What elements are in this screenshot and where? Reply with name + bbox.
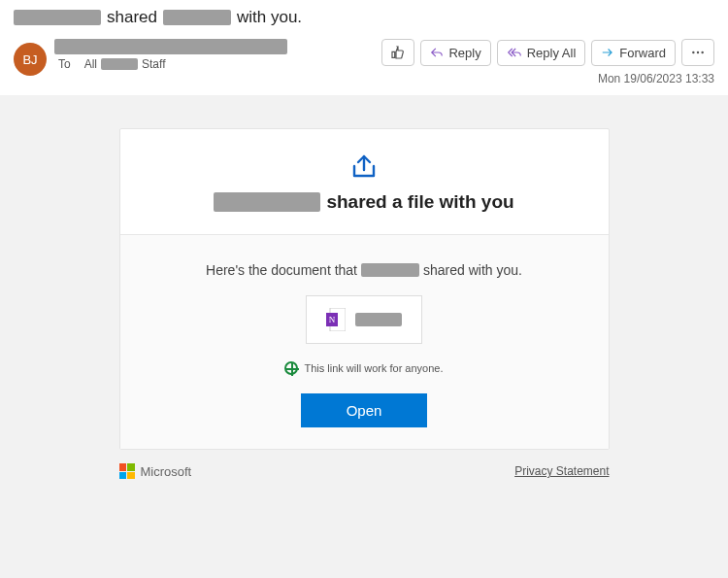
svg-point-2 xyxy=(701,51,703,53)
recipients-line: To All Staff xyxy=(54,57,374,71)
share-sentence: Here's the document that shared with you… xyxy=(206,262,522,278)
email-subject: shared with you. xyxy=(14,8,714,27)
redacted-object-subject xyxy=(163,10,231,25)
share-icon xyxy=(348,153,380,182)
redacted-sharer-inline xyxy=(361,263,419,277)
more-actions-button[interactable] xyxy=(681,39,714,66)
onenote-file-icon: N xyxy=(326,308,346,331)
microsoft-logo: Microsoft xyxy=(119,463,192,479)
reply-icon xyxy=(430,46,444,59)
svg-text:N: N xyxy=(329,315,336,324)
email-actions: Reply Reply All Forward xyxy=(381,39,714,66)
link-permission-note: This link will work for anyone. xyxy=(284,361,443,375)
email-body: shared a file with you Here's the docume… xyxy=(0,95,728,578)
reply-all-button[interactable]: Reply All xyxy=(497,40,586,66)
avatar-initials: BJ xyxy=(22,52,37,67)
share-title: shared a file with you xyxy=(214,191,513,213)
forward-button[interactable]: Forward xyxy=(591,40,676,66)
more-icon xyxy=(690,45,706,60)
open-button-label: Open xyxy=(347,402,382,419)
redacted-sender-name xyxy=(54,39,287,54)
microsoft-logo-icon xyxy=(119,463,135,479)
share-sentence-after: shared with you. xyxy=(423,262,522,278)
open-button[interactable]: Open xyxy=(301,393,427,427)
reply-button[interactable]: Reply xyxy=(420,40,490,66)
svg-point-0 xyxy=(692,51,694,53)
share-sentence-before: Here's the document that xyxy=(206,262,357,278)
like-button[interactable] xyxy=(381,39,414,66)
link-note-text: This link will work for anyone. xyxy=(304,362,443,374)
email-timestamp: Mon 19/06/2023 13:33 xyxy=(598,72,714,85)
reply-label: Reply xyxy=(448,46,480,60)
subject-text-suffix: with you. xyxy=(237,8,302,27)
share-card: shared a file with you Here's the docume… xyxy=(119,128,610,450)
privacy-link[interactable]: Privacy Statement xyxy=(514,464,609,478)
to-after: Staff xyxy=(142,57,165,71)
redacted-group xyxy=(101,58,138,70)
share-title-text: shared a file with you xyxy=(326,191,513,213)
sender-block: To All Staff xyxy=(54,39,374,71)
forward-label: Forward xyxy=(619,46,666,60)
card-footer: Microsoft Privacy Statement xyxy=(119,463,610,479)
redacted-sender-subject xyxy=(14,10,101,25)
file-attachment[interactable]: N xyxy=(306,295,422,344)
redacted-sharer-title xyxy=(214,192,320,212)
avatar: BJ xyxy=(14,43,47,76)
reply-all-icon xyxy=(507,46,522,59)
email-header: shared with you. BJ To All Staff xyxy=(0,0,728,95)
subject-text-prefix: shared xyxy=(107,8,157,27)
to-before: All xyxy=(84,57,97,71)
reply-all-label: Reply All xyxy=(527,46,577,60)
svg-point-1 xyxy=(697,51,699,53)
microsoft-text: Microsoft xyxy=(141,464,192,479)
globe-icon xyxy=(284,361,298,375)
to-label: To xyxy=(58,57,71,71)
redacted-filename xyxy=(355,313,402,326)
forward-icon xyxy=(601,46,614,59)
thumbs-up-icon xyxy=(390,45,406,60)
